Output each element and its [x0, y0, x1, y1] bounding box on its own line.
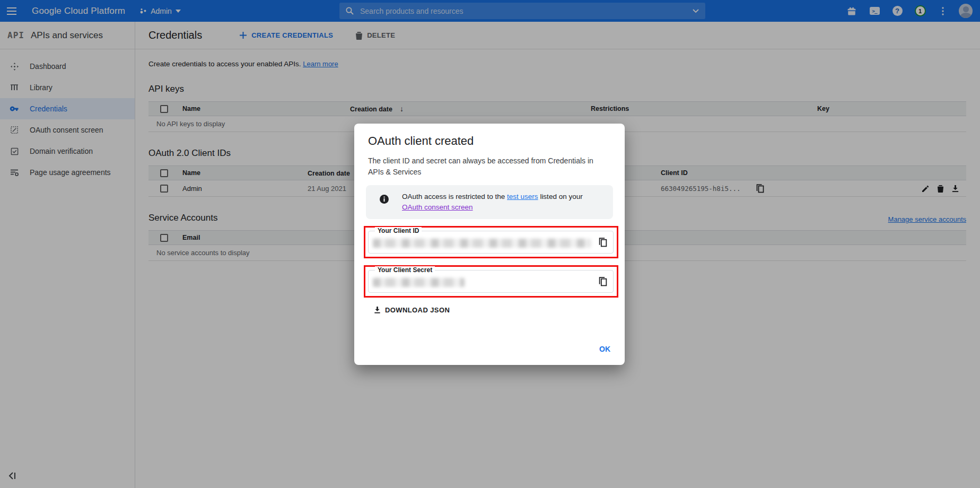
client-id-redacted-value	[373, 239, 591, 248]
client-secret-annotation-box: Your Client Secret	[364, 265, 618, 298]
copy-client-id-icon[interactable]	[597, 237, 609, 248]
copy-client-secret-icon[interactable]	[597, 276, 609, 287]
client-id-annotation-box: Your Client ID	[364, 226, 618, 258]
client-secret-label: Your Client Secret	[375, 266, 435, 274]
ok-button[interactable]: OK	[599, 345, 610, 353]
client-secret-field: Your Client Secret	[368, 270, 614, 293]
dialog-body-text: The client ID and secret can always be a…	[368, 155, 606, 178]
oauth-consent-screen-link[interactable]: OAuth consent screen	[402, 203, 473, 211]
test-users-link[interactable]: test users	[507, 193, 538, 201]
download-json-button[interactable]: DOWNLOAD JSON	[373, 306, 450, 314]
client-id-field: Your Client ID	[368, 231, 614, 254]
info-icon	[380, 195, 389, 204]
download-icon	[373, 306, 381, 314]
dialog-title: OAuth client created	[368, 134, 612, 148]
client-id-label: Your Client ID	[375, 227, 422, 234]
client-secret-redacted-value	[373, 278, 465, 287]
oauth-client-created-dialog: OAuth client created The client ID and s…	[354, 124, 625, 365]
info-banner: OAuth access is restricted to the test u…	[366, 185, 613, 219]
